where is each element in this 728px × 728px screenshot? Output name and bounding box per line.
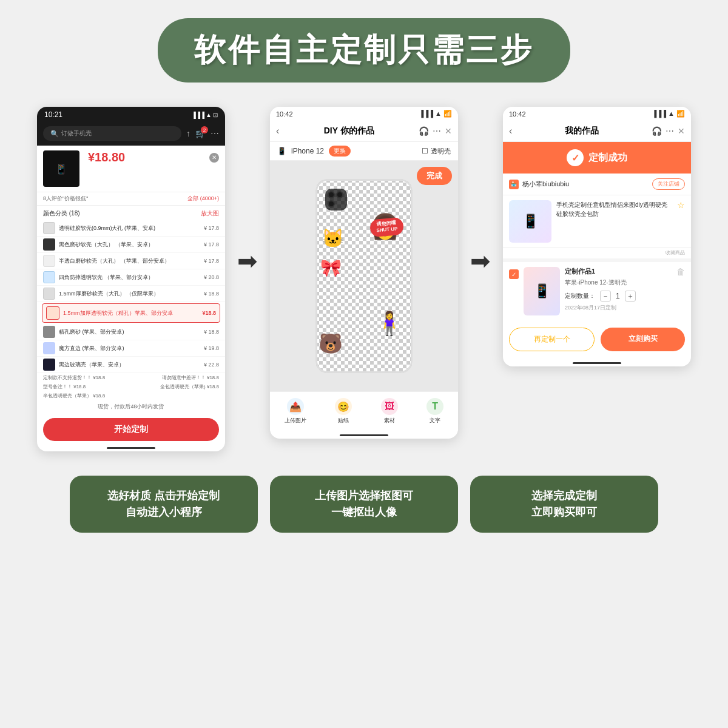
nav-bar-2: ‹ DIY 你的作品 🎧 ⋯ ✕ bbox=[270, 121, 458, 142]
delete-icon[interactable]: 🗑 bbox=[676, 267, 685, 277]
text-icon: T bbox=[426, 398, 443, 415]
close-button-2[interactable]: ✕ bbox=[445, 126, 452, 136]
status-bar-3: 10:42 ▐▐▐ ▲ 📶 bbox=[503, 107, 691, 121]
close-button-3[interactable]: ✕ bbox=[678, 126, 685, 136]
panel2-phone: 10:42 ▐▐▐ ▲ 📶 ‹ DIY 你的作品 🎧 ⋯ ✕ 📱 iPhone … bbox=[270, 107, 458, 439]
search-input-mock[interactable]: 🔍 订做手机壳 bbox=[43, 126, 181, 141]
home-indicator-1 bbox=[107, 447, 155, 449]
color-item-7[interactable]: 黑边玻璃壳（苹果、安卓） ¥ 22.8 bbox=[37, 357, 225, 373]
back-button-2[interactable]: ‹ bbox=[276, 126, 279, 136]
panel3-phone: 10:42 ▐▐▐ ▲ 📶 ‹ 我的作品 🎧 ⋯ ✕ ✓ 定制成功 🏪 bbox=[503, 107, 691, 366]
signal-3: ▐▐▐ ▲ 📶 bbox=[652, 110, 685, 118]
status-bar-2: 10:42 ▐▐▐ ▲ 📶 bbox=[270, 107, 458, 121]
color-section-header: 颜色分类 (18) 放大图 bbox=[37, 206, 225, 220]
color-item-selected[interactable]: 1.5mm加厚透明软壳（精孔）苹果、部分安卓 ¥18.8 bbox=[42, 303, 220, 323]
success-bar: ✓ 定制成功 bbox=[503, 142, 691, 174]
model-label: iPhone 12 bbox=[291, 147, 324, 155]
arrow-2: ➡ bbox=[470, 247, 491, 275]
time-2: 10:42 bbox=[276, 110, 293, 118]
close-button[interactable]: ✕ bbox=[209, 153, 219, 163]
status-bar-1: 10:21 ▐▐▐▲⊡ bbox=[37, 107, 225, 123]
desc-row: 选好材质 点击开始定制自动进入小程序 上传图片选择抠图可一键抠出人像 选择完成定… bbox=[12, 476, 716, 533]
color-item-6[interactable]: 魔方直边 (苹果、部分安卓) ¥ 19.8 bbox=[37, 340, 225, 357]
desc-text-2: 上传图片选择抠图可一键抠出人像 bbox=[283, 488, 445, 521]
color-swatch-7 bbox=[43, 359, 55, 371]
start-customize-button[interactable]: 开始定制 bbox=[43, 418, 219, 441]
qty-minus-button[interactable]: － bbox=[600, 291, 611, 302]
panel1-phone: 10:21 ▐▐▐▲⊡ 🔍 订做手机壳 ↑ 🛒2 ⋯ 📱 bbox=[37, 107, 225, 451]
follow-button[interactable]: 关注店铺 bbox=[652, 178, 685, 190]
color-swatch-5 bbox=[43, 326, 55, 338]
color-item-3[interactable]: 四角防摔透明软壳 （苹果、部分安卓） ¥ 20.8 bbox=[37, 269, 225, 286]
material-label: 素材 bbox=[384, 417, 395, 425]
review-text: 8人评价"价格很低" bbox=[43, 195, 88, 203]
color-item-0[interactable]: 透明硅胶软壳(0.9mm)大孔 (苹果、安卓) ¥ 17.8 bbox=[37, 220, 225, 237]
color-item-5[interactable]: 精孔磨砂 (苹果、部分安卓) ¥ 18.8 bbox=[37, 324, 225, 340]
phone-case-display: 请您闭嘴SHUT UP 👩 🧍‍♀️ 🐱 🎀 🐻 bbox=[315, 179, 413, 373]
headset-icon[interactable]: 🎧 bbox=[419, 126, 429, 136]
shop-name: 杨小辈biubiubiu bbox=[522, 180, 569, 189]
main-title: 软件自主定制只需三步 bbox=[194, 29, 534, 72]
lens-2 bbox=[336, 191, 343, 198]
tool-upload[interactable]: 📤 上传图片 bbox=[285, 398, 306, 425]
retry-button[interactable]: 再定制一个 bbox=[509, 328, 595, 351]
tool-sticker[interactable]: 😊 贴纸 bbox=[335, 398, 352, 425]
work-title: 定制作品1 bbox=[565, 267, 672, 276]
more-icon[interactable]: ⋯ bbox=[433, 126, 441, 136]
product-card-image: 📱 bbox=[509, 200, 551, 243]
color-section-label: 颜色分类 (18) bbox=[43, 209, 80, 218]
time-1: 10:21 bbox=[44, 110, 62, 119]
color-item-1[interactable]: 黑色磨砂软壳（大孔） （苹果、安卓） ¥ 17.8 bbox=[37, 237, 225, 253]
review-all[interactable]: 全部 (4000+) bbox=[187, 195, 219, 203]
nav-title-3: 我的作品 bbox=[516, 126, 648, 136]
notice-row-1: 定制款不支持退货！！ ¥18.8 请勿随意中差评！！ ¥18.8 bbox=[37, 373, 225, 382]
tool-text[interactable]: T 文字 bbox=[426, 398, 443, 425]
person-2: 🧍‍♀️ bbox=[375, 310, 403, 337]
product-header: 📱 ¥18.80 ✕ bbox=[37, 146, 225, 192]
home-indicator-2 bbox=[340, 434, 388, 436]
material-icon: 🖼 bbox=[381, 398, 398, 415]
headset-icon-3[interactable]: 🎧 bbox=[652, 126, 662, 136]
case-icon: ☐ bbox=[422, 147, 428, 155]
done-button[interactable]: 完成 bbox=[417, 167, 452, 185]
favorite-icon[interactable]: ☆ bbox=[677, 200, 685, 243]
color-item-4[interactable]: 1.5mm厚磨砂软壳（大孔） （仅限苹果） ¥ 18.8 bbox=[37, 286, 225, 302]
success-label: 定制成功 bbox=[588, 152, 627, 164]
color-swatch-1 bbox=[43, 238, 55, 251]
custom-work-card: ✓ 📱 定制作品1 苹果-iPhone 12-透明壳 定制数量： － 1 ＋ 2… bbox=[503, 262, 691, 320]
big-image-btn[interactable]: 放大图 bbox=[201, 209, 219, 218]
tool-material[interactable]: 🖼 素材 bbox=[381, 398, 398, 425]
upload-icon: 📤 bbox=[287, 398, 304, 415]
case-type: ☐ 透明壳 bbox=[422, 147, 451, 156]
change-model-button[interactable]: 更换 bbox=[329, 146, 351, 157]
phone-icon: 📱 bbox=[277, 147, 286, 155]
buy-actions: 再定制一个 立刻购买 bbox=[503, 320, 691, 359]
color-swatch-6 bbox=[43, 342, 55, 354]
sticker-cat: 🐱 bbox=[322, 228, 344, 249]
color-swatch-selected bbox=[46, 306, 59, 320]
main-container: 软件自主定制只需三步 10:21 ▐▐▐▲⊡ 🔍 订做手机壳 ↑ 🛒2 ⋯ bbox=[0, 0, 728, 728]
desc-text-1: 选好材质 点击开始定制自动进入小程序 bbox=[83, 488, 244, 521]
color-item-2[interactable]: 半透白磨砂软壳（大孔） （苹果、部分安卓） ¥ 17.8 bbox=[37, 253, 225, 269]
work-checkbox[interactable]: ✓ bbox=[509, 269, 519, 279]
arrow-1: ➡ bbox=[237, 247, 258, 275]
buy-button[interactable]: 立刻购买 bbox=[601, 328, 685, 351]
text-label: 文字 bbox=[430, 417, 440, 425]
model-selector: 📱 iPhone 12 更换 ☐ 透明壳 bbox=[270, 142, 458, 161]
upload-label: 上传图片 bbox=[285, 417, 306, 425]
product-card-info: 手机壳定制任意机型情侣来图diy透明硬壳硅胶软壳全包防 bbox=[556, 200, 672, 243]
check-icon: ✓ bbox=[567, 149, 584, 166]
product-card[interactable]: 📱 手机壳定制任意机型情侣来图diy透明硬壳硅胶软壳全包防 ☆ bbox=[503, 195, 691, 248]
save-text: 收藏商品 bbox=[503, 248, 691, 258]
back-button-3[interactable]: ‹ bbox=[509, 126, 512, 136]
product-thumb: 📱 bbox=[43, 150, 79, 187]
work-date: 2022年08月17日定制 bbox=[565, 304, 672, 312]
work-details: 定制作品1 苹果-iPhone 12-透明壳 定制数量： － 1 ＋ 2022年… bbox=[565, 267, 672, 312]
time-3: 10:42 bbox=[509, 110, 526, 118]
editor-area[interactable]: 完成 请您闭嘴SHUT UP 👩 bbox=[270, 161, 458, 391]
qty-plus-button[interactable]: ＋ bbox=[625, 291, 636, 302]
header-pill: 软件自主定制只需三步 bbox=[158, 18, 570, 83]
signal-2: ▐▐▐ ▲ 📶 bbox=[419, 110, 452, 118]
more-icon-3[interactable]: ⋯ bbox=[666, 126, 674, 136]
bottom-tools: 📤 上传图片 😊 贴纸 🖼 素材 T 文字 bbox=[270, 391, 458, 431]
